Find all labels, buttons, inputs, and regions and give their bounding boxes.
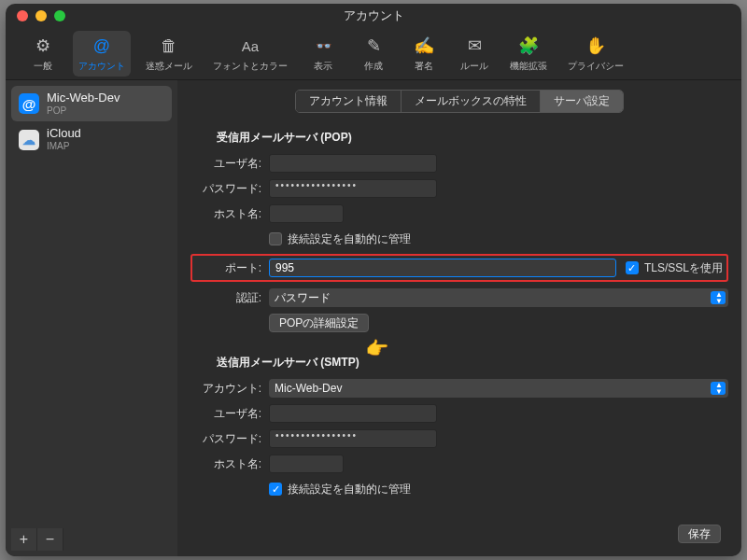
pointer-icon: 👈 — [366, 337, 389, 359]
outgoing-host-label: ホスト名: — [190, 456, 269, 472]
save-button[interactable]: 保存 — [678, 525, 721, 543]
tab-mailbox-behaviors[interactable]: メールボックスの特性 — [402, 91, 541, 112]
cloud-icon: ☁ — [19, 130, 39, 150]
at-icon: @ — [19, 93, 39, 114]
toolbar-composing[interactable]: ✎ 作成 — [353, 31, 394, 77]
rules-icon: ✉ — [463, 35, 486, 57]
checkbox-off-icon — [269, 232, 282, 245]
outgoing-account-label: アカウント: — [190, 381, 269, 397]
outgoing-user-field[interactable] — [269, 404, 437, 423]
incoming-password-label: パスワード: — [190, 181, 269, 197]
trash-icon: 🗑 — [158, 35, 180, 57]
sidebar-footer: + − — [11, 528, 172, 551]
account-item-pop[interactable]: @ Mic-Web-Dev POP — [11, 86, 172, 121]
incoming-section-title: 受信用メールサーバ (POP) — [217, 130, 728, 146]
checkbox-on-icon: ✓ — [626, 261, 639, 274]
preferences-window: アカウント ⚙ 一般 @ アカウント 🗑 迷惑メール Aa フォントとカラー 👓… — [6, 4, 741, 556]
tab-account-info[interactable]: アカウント情報 — [296, 91, 402, 112]
content-pane: アカウント情報 メールボックスの特性 サーバ設定 受信用メールサーバ (POP)… — [177, 80, 741, 556]
incoming-auth-label: 認証: — [190, 290, 269, 306]
toolbar-signatures[interactable]: ✍ 署名 — [403, 31, 444, 77]
font-icon: Aa — [239, 35, 261, 57]
toolbar-extensions[interactable]: 🧩 機能拡張 — [504, 31, 553, 77]
incoming-auth-select[interactable]: パスワード ▲▼ — [269, 288, 728, 307]
hand-icon: ✋ — [585, 35, 607, 57]
toolbar-rules[interactable]: ✉ ルール — [454, 31, 495, 77]
chevron-updown-icon: ▲▼ — [715, 291, 723, 304]
at-icon: @ — [91, 35, 113, 57]
accounts-sidebar: @ Mic-Web-Dev POP ☁ iCloud IMAP + − — [6, 80, 177, 556]
incoming-user-field[interactable] — [269, 154, 437, 173]
tls-ssl-checkbox[interactable]: ✓ TLS/SSLを使用 — [626, 260, 723, 276]
incoming-password-field[interactable]: •••••••••••••••• — [269, 179, 437, 198]
puzzle-icon: 🧩 — [517, 35, 540, 57]
toolbar-privacy[interactable]: ✋ プライバシー — [562, 31, 629, 77]
incoming-user-label: ユーザ名: — [190, 156, 269, 172]
outgoing-user-label: ユーザ名: — [190, 406, 269, 422]
titlebar: アカウント — [6, 4, 741, 28]
gear-icon: ⚙ — [32, 35, 54, 57]
tab-server-settings[interactable]: サーバ設定 — [541, 91, 623, 112]
incoming-port-label: ポート: — [196, 260, 269, 276]
outgoing-account-select[interactable]: Mic-Web-Dev ▲▼ — [269, 379, 728, 398]
outgoing-password-label: パスワード: — [190, 431, 269, 447]
account-item-icloud[interactable]: ☁ iCloud IMAP — [11, 121, 172, 157]
incoming-auto-manage-checkbox[interactable]: 接続設定を自動的に管理 — [269, 231, 411, 247]
outgoing-section-title: 送信用メールサーバ (SMTP) — [217, 355, 728, 371]
signature-icon: ✍ — [413, 35, 435, 57]
incoming-host-field[interactable] — [269, 204, 344, 223]
account-tabs: アカウント情報 メールボックスの特性 サーバ設定 — [190, 90, 728, 113]
chevron-updown-icon: ▲▼ — [715, 382, 723, 395]
preferences-toolbar: ⚙ 一般 @ アカウント 🗑 迷惑メール Aa フォントとカラー 👓 表示 ✎ … — [6, 28, 741, 80]
checkbox-on-icon: ✓ — [269, 483, 282, 496]
toolbar-fonts[interactable]: Aa フォントとカラー — [207, 31, 293, 77]
outgoing-auto-manage-checkbox[interactable]: ✓ 接続設定を自動的に管理 — [269, 482, 411, 497]
glasses-icon: 👓 — [312, 35, 334, 57]
port-highlight: ポート: 995 ✓ TLS/SSLを使用 — [190, 254, 728, 282]
pop-advanced-button[interactable]: POPの詳細設定 — [269, 314, 369, 332]
window-title: アカウント — [6, 7, 741, 24]
toolbar-accounts[interactable]: @ アカウント — [73, 31, 131, 77]
incoming-port-field[interactable]: 995 — [269, 259, 616, 277]
outgoing-host-field[interactable] — [269, 455, 344, 473]
incoming-host-label: ホスト名: — [190, 206, 269, 222]
toolbar-viewing[interactable]: 👓 表示 — [303, 31, 344, 77]
compose-icon: ✎ — [362, 35, 385, 57]
toolbar-junk[interactable]: 🗑 迷惑メール — [140, 31, 198, 77]
remove-account-button[interactable]: − — [37, 528, 63, 551]
toolbar-general[interactable]: ⚙ 一般 — [22, 31, 63, 77]
add-account-button[interactable]: + — [11, 528, 37, 551]
outgoing-password-field[interactable]: •••••••••••••••• — [269, 429, 437, 448]
